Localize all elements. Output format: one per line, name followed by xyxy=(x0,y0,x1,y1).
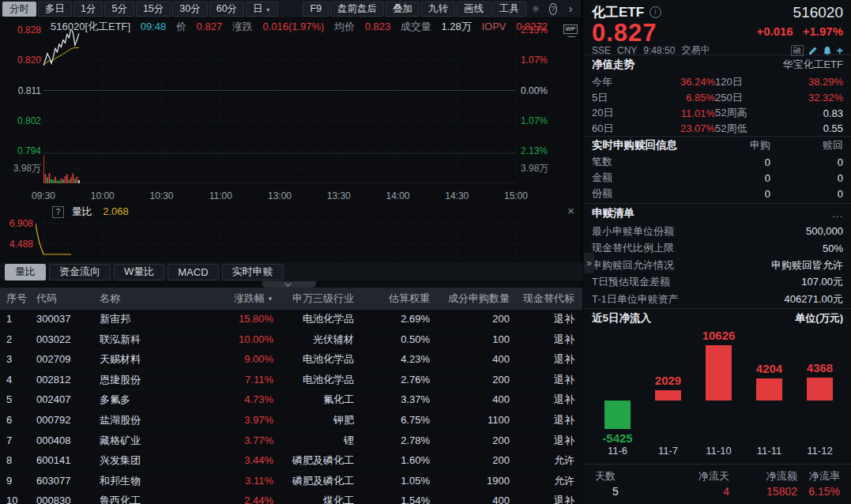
indicator-name: 量比 xyxy=(72,205,92,217)
table-cell-weight: 4.23% xyxy=(354,350,430,370)
column-header[interactable]: 代码 xyxy=(36,288,100,310)
nav-value: 0.83 xyxy=(777,107,843,119)
table-cell-industry: 氟化工 xyxy=(273,390,354,410)
y-axis-label-right: 1.07% xyxy=(521,115,568,126)
indicator-help-icon[interactable]: ? xyxy=(52,206,64,218)
toolbar-button[interactable]: 九转 xyxy=(421,2,455,17)
pcf-row: 最小申赎单位份额500,000 xyxy=(592,223,843,240)
x-axis-tick: 15:00 xyxy=(504,190,528,201)
table-cell-cash: 退补 xyxy=(510,370,582,390)
period-tab[interactable]: 分时 xyxy=(2,2,36,17)
nav-value: 38.29% xyxy=(777,76,843,88)
toolbar-expand-chevron-icon[interactable]: › xyxy=(562,1,579,17)
intraday-plot[interactable] xyxy=(43,30,518,183)
period-tab[interactable]: 1分 xyxy=(73,2,103,17)
bell-alert-icon[interactable] xyxy=(823,46,832,55)
column-header[interactable]: 涨跌幅▼ xyxy=(194,288,273,310)
etf-code: 516020 xyxy=(793,4,843,21)
period-tab[interactable]: 日▼ xyxy=(246,2,277,17)
table-cell-qty: 200 xyxy=(430,431,510,451)
pcf-value: 申购赎回皆允许 xyxy=(771,258,843,273)
table-cell-industry: 电池化学品 xyxy=(273,350,354,370)
indicator-tab[interactable]: MACD xyxy=(168,264,218,280)
table-cell-weight: 1.60% xyxy=(354,451,430,471)
close-icon[interactable]: × xyxy=(567,205,574,216)
quote-detail-pane: » 化工ETF ! 516020 0.827 +0.016 +1.97% SSE… xyxy=(584,0,851,504)
table-cell-name: 恩捷股份 xyxy=(100,370,194,390)
pcf-row: T日预估现金差额107.00元 xyxy=(592,274,843,291)
expand-panel-handle[interactable]: » xyxy=(584,253,594,273)
table-cell-cash: 允许 xyxy=(510,472,582,491)
nav-value: 0.55 xyxy=(777,122,843,134)
period-tab[interactable]: 30分 xyxy=(172,2,207,17)
flow-date-label: 11-12 xyxy=(794,445,845,457)
column-header[interactable]: 现金替代标 xyxy=(510,288,582,310)
period-tab[interactable]: 60分 xyxy=(209,2,244,17)
more-icon[interactable]: ... xyxy=(832,208,843,220)
period-tab[interactable]: 15分 xyxy=(136,2,171,17)
column-header[interactable]: 估算权重 xyxy=(354,288,430,310)
table-cell-industry: 磷肥及磷化工 xyxy=(273,472,354,491)
toolbar-button[interactable]: 工具 xyxy=(492,2,526,17)
table-cell-industry: 电池化学品 xyxy=(273,370,354,390)
pcf-list-section: 申赎清单 ... 最小申赎单位份额500,000现金替代比例上限50%申购赎回允… xyxy=(584,204,851,309)
table-row[interactable]: 9603077和邦生物3.11%磷肥及磷化工1.05%1900允许 xyxy=(0,472,582,492)
column-header[interactable]: 序号 xyxy=(0,288,36,310)
volume-ratio-subchart[interactable]: ? 量比 2.068 × 6.908 4.488 xyxy=(0,204,582,262)
column-header[interactable]: 申万三级行业 xyxy=(273,288,354,310)
toolbar-button[interactable]: 画线 xyxy=(457,2,491,17)
table-row[interactable]: 3002709天赐材料9.00%电池化学品4.23%400退补 xyxy=(0,350,582,370)
collapse-panel-handle[interactable] xyxy=(262,281,316,288)
period-tab[interactable]: 5分 xyxy=(104,2,134,17)
nav-performance-row: 5日6.85%250日32.32% xyxy=(592,90,843,106)
table-row[interactable]: 8600141兴发集团3.44%磷肥及磷化工1.60%200允许 xyxy=(0,451,582,472)
flow-unit: 单位(万元) xyxy=(795,311,843,325)
table-row[interactable]: 7000408藏格矿业3.77%锂2.78%200退补 xyxy=(0,431,582,452)
indicator-tab[interactable]: 量比 xyxy=(5,264,46,280)
section-title-pcf: 申赎清单 xyxy=(592,206,634,220)
column-header[interactable]: 名称 xyxy=(100,288,194,310)
column-header[interactable]: 成分申购数量 xyxy=(430,288,510,310)
toolbar-button[interactable]: F9 xyxy=(303,2,329,17)
info-icon[interactable]: ! xyxy=(650,6,661,18)
nav-value: 36.24% xyxy=(639,76,715,88)
column-header-label: 申万三级行业 xyxy=(292,292,354,304)
volume-ratio-plot[interactable] xyxy=(36,220,533,261)
pencil-edit-icon[interactable] xyxy=(808,46,818,55)
table-row[interactable]: 10000830鲁西化工2.44%煤化工1.54%400退补 xyxy=(0,491,582,504)
quote-header: 化工ETF ! 516020 0.827 +0.016 +1.97% SSE C… xyxy=(584,0,851,55)
toolbar-button[interactable]: 盘前盘后 xyxy=(330,2,384,17)
table-row[interactable]: 2003022联泓新科10.00%光伏辅材0.50%100退补 xyxy=(0,330,582,351)
section-title-realtime: 实时申购赎回信息 xyxy=(592,138,704,152)
y-axis-label: 0.820 xyxy=(0,55,41,66)
nav-label: 60日 xyxy=(592,122,639,136)
table-cell-chg: 3.97% xyxy=(194,411,273,431)
toolbar-button[interactable]: 叠加 xyxy=(386,2,420,17)
period-tab[interactable]: 多日 xyxy=(38,2,72,17)
table-row[interactable]: 1300037新宙邦15.80%电池化学品2.69%200退补 xyxy=(0,310,582,330)
table-row[interactable]: 5002407多氟多4.73%氟化工3.37%400退补 xyxy=(0,390,582,411)
indicator-tabbar: 量比资金流向W量比MACD实时申赎 xyxy=(0,262,582,282)
table-cell-weight: 1.05% xyxy=(354,472,430,491)
table-cell-name: 鲁西化工 xyxy=(100,491,194,504)
price-change-pct: +1.97% xyxy=(803,24,843,38)
x-axis-tick: 10:00 xyxy=(91,190,115,201)
indicator-tab[interactable]: 资金流向 xyxy=(49,264,111,280)
settings-gear-icon[interactable] xyxy=(527,1,544,17)
table-cell-qty: 1900 xyxy=(430,472,510,491)
flow-date-label: 11-11 xyxy=(744,445,795,457)
help-icon[interactable]: ? xyxy=(544,1,562,17)
stat-label: 天数 xyxy=(595,469,658,485)
intraday-chart[interactable]: 516020[化工ETF] 09:48 价 0.827 涨跌 0.016(1.9… xyxy=(0,18,582,204)
indicator-tab[interactable]: 实时申赎 xyxy=(222,264,284,280)
section-title-flow: 近5日净流入 xyxy=(592,311,651,325)
table-cell-weight: 0.50% xyxy=(354,330,430,350)
realtime-subscribe-value: 0 xyxy=(704,156,770,168)
table-cell-weight: 2.78% xyxy=(354,431,430,451)
pcf-row: 申购赎回允许情况申购赎回皆允许 xyxy=(592,257,843,274)
chevron-down-icon xyxy=(284,280,291,286)
table-cell-chg: 3.77% xyxy=(194,431,273,451)
table-row[interactable]: 4002812恩捷股份7.11%电池化学品2.76%200退补 xyxy=(0,370,582,391)
table-row[interactable]: 6000792盐湖股份3.97%钾肥6.75%1100退补 xyxy=(0,411,582,431)
indicator-tab[interactable]: W量比 xyxy=(114,264,164,280)
